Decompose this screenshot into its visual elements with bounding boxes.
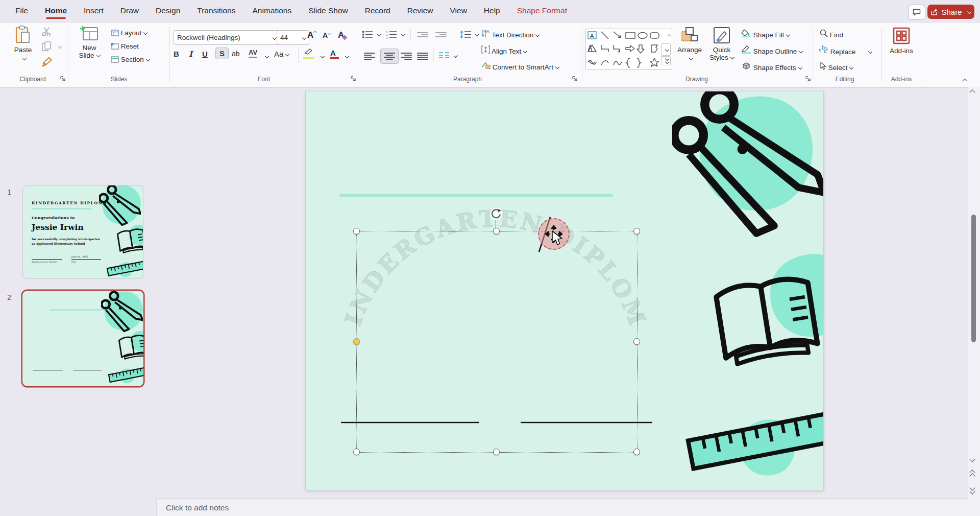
strikethrough-button[interactable]: ab — [232, 50, 240, 58]
handle-bottom-left[interactable] — [353, 449, 360, 455]
italic-button[interactable]: I — [189, 50, 192, 59]
handle-middle-right[interactable] — [633, 338, 640, 345]
highlight-color-button[interactable] — [303, 49, 314, 59]
paste-button[interactable]: Paste — [11, 26, 35, 63]
handle-top-center[interactable] — [493, 228, 500, 234]
arrange-button[interactable]: Arrange — [675, 27, 704, 63]
gallery-scroll-down[interactable] — [661, 43, 671, 56]
font-size-select[interactable]: 44 — [277, 30, 309, 45]
shape-outline-icon — [741, 45, 751, 54]
tab-file[interactable]: File — [15, 0, 28, 20]
handle-bottom-center[interactable] — [493, 449, 500, 455]
highlight-chevron[interactable] — [318, 52, 324, 61]
tab-review[interactable]: Review — [407, 0, 433, 20]
next-slide-button[interactable] — [970, 485, 974, 495]
tab-draw[interactable]: Draw — [120, 0, 139, 20]
tab-view[interactable]: View — [450, 0, 467, 20]
replace-button[interactable]: bc Replace — [819, 45, 872, 56]
group-paragraph: 123 A Text Direction Align Text — [358, 23, 582, 87]
rotate-handle[interactable] — [489, 207, 503, 220]
convert-to-smartart-button[interactable]: Convert to SmartArt — [481, 62, 559, 71]
increase-indent-button[interactable] — [435, 31, 447, 38]
svg-text:c: c — [824, 49, 827, 54]
section-button[interactable]: Section — [111, 56, 150, 63]
handle-top-right[interactable] — [633, 228, 640, 234]
shapes-gallery[interactable]: A — [585, 29, 672, 70]
text-direction-button[interactable]: A Text Direction — [481, 29, 539, 39]
svg-text:A: A — [486, 29, 489, 34]
line-spacing-icon — [460, 30, 471, 39]
gallery-more-button[interactable] — [661, 56, 671, 65]
reset-button[interactable]: Reset — [111, 42, 139, 50]
underline-button[interactable]: U — [202, 50, 208, 58]
select-cursor-icon — [820, 62, 826, 70]
tab-help[interactable]: Help — [484, 0, 500, 20]
selection-rectangle[interactable] — [356, 231, 638, 453]
tab-shape-format[interactable]: Shape Format — [517, 0, 567, 20]
font-color-chevron[interactable] — [343, 52, 349, 61]
adjust-handle-middle-left[interactable] — [353, 338, 360, 345]
handle-top-left[interactable] — [353, 228, 360, 234]
new-slide-button[interactable]: New Slide — [75, 26, 104, 59]
font-name-select[interactable]: Rockwell (Headings) — [174, 30, 281, 45]
paragraph-dialog-launcher[interactable] — [572, 76, 578, 82]
quick-styles-button[interactable]: Quick Styles — [706, 27, 738, 61]
cut-button[interactable] — [42, 27, 52, 38]
tab-slide-show[interactable]: Slide Show — [308, 0, 348, 20]
shape-fill-button[interactable]: Shape Fill — [741, 29, 790, 39]
comment-icon — [913, 9, 921, 16]
clear-formatting-button[interactable]: A — [338, 30, 347, 40]
tab-transitions[interactable]: Transitions — [197, 0, 235, 20]
copy-button[interactable] — [42, 41, 52, 54]
tab-insert[interactable]: Insert — [84, 0, 104, 20]
comments-button[interactable] — [908, 5, 925, 20]
grow-font-button[interactable]: A — [307, 30, 316, 40]
character-spacing-chevron[interactable] — [263, 52, 268, 61]
slide-2-thumbnail[interactable] — [22, 291, 143, 386]
find-button[interactable]: Find — [820, 29, 843, 39]
layout-button[interactable]: Layout — [111, 29, 147, 37]
columns-button[interactable] — [438, 52, 457, 62]
character-spacing-button[interactable]: AV — [249, 49, 257, 58]
thumb1-washi-tape — [32, 208, 92, 209]
slide-1-thumbnail[interactable]: KINDERGARTEN DIPLOMA Congratulations to … — [23, 185, 143, 278]
scroll-up-button[interactable] — [970, 89, 974, 96]
copy-icon — [42, 41, 52, 52]
shape-effects-button[interactable]: Shape Effects — [741, 62, 802, 72]
format-painter-button[interactable] — [42, 57, 53, 69]
font-dialog-launcher[interactable] — [351, 76, 356, 82]
collapse-ribbon-button[interactable] — [961, 74, 966, 83]
gallery-scroll-up[interactable] — [665, 30, 671, 39]
drawing-dialog-launcher[interactable] — [805, 76, 811, 82]
addins-button[interactable]: Add-ins — [885, 27, 918, 55]
numbering-button[interactable]: 123 — [386, 30, 405, 41]
scroll-down-button[interactable] — [970, 456, 974, 462]
notes-placeholder[interactable]: Click to add notes — [166, 503, 229, 512]
align-right-button[interactable] — [401, 52, 412, 61]
slide-canvas[interactable]: KINDERGARTEN DIPLOMA — [306, 91, 823, 490]
shape-effects-icon — [741, 62, 751, 70]
align-text-button[interactable]: Align Text — [481, 45, 527, 55]
tab-home[interactable]: Home — [45, 0, 67, 20]
previous-slide-button[interactable] — [970, 470, 974, 479]
change-case-button[interactable]: Aa — [274, 50, 289, 58]
shape-outline-button[interactable]: Shape Outline — [741, 45, 802, 55]
scrollbar-thumb[interactable] — [971, 215, 976, 342]
decrease-indent-button[interactable] — [417, 31, 428, 38]
shrink-font-button[interactable]: A — [323, 31, 331, 39]
tab-design[interactable]: Design — [156, 0, 180, 20]
align-center-button[interactable] — [380, 49, 399, 64]
align-left-button[interactable] — [364, 52, 375, 61]
bullets-button[interactable] — [362, 30, 381, 41]
share-button[interactable]: Share — [927, 5, 974, 19]
text-shadow-button[interactable]: S — [215, 48, 229, 59]
bold-button[interactable]: B — [174, 50, 179, 58]
select-button[interactable]: Select — [820, 62, 853, 72]
line-spacing-button[interactable] — [460, 30, 479, 41]
tab-record[interactable]: Record — [365, 0, 390, 20]
handle-bottom-right[interactable] — [633, 449, 640, 455]
justify-button[interactable] — [417, 52, 428, 61]
clipboard-dialog-launcher[interactable] — [60, 76, 66, 82]
font-color-button[interactable]: A — [330, 49, 339, 59]
tab-animations[interactable]: Animations — [252, 0, 291, 20]
